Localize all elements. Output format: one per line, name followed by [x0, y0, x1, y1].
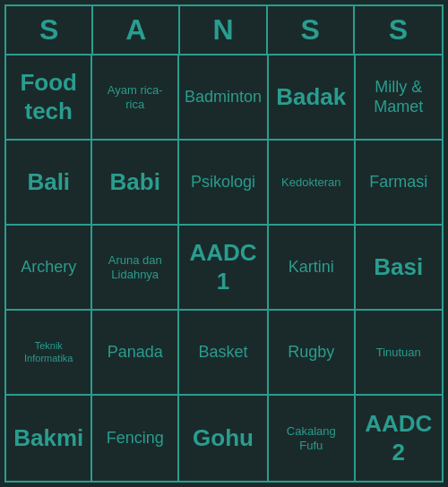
- bingo-cell-3: Badak: [269, 56, 355, 141]
- cell-text-10: Archery: [21, 258, 76, 278]
- header-row: SANSS: [6, 6, 442, 56]
- bingo-cell-1: Ayam rica-rica: [92, 56, 178, 141]
- bingo-grid: Food techAyam rica-ricaBadmintonBadakMil…: [6, 56, 442, 481]
- header-letter-n-2: N: [180, 6, 267, 54]
- bingo-cell-20: Bakmi: [6, 396, 92, 481]
- cell-text-12: AADC 1: [185, 239, 262, 295]
- cell-text-2: Badminton: [185, 88, 262, 107]
- bingo-cell-14: Basi: [356, 226, 442, 311]
- cell-text-23: Cakalang Fufu: [274, 424, 348, 452]
- header-letter-s-0: S: [6, 6, 93, 54]
- bingo-cell-15: Teknik Informatika: [6, 311, 92, 396]
- bingo-cell-6: Babi: [92, 141, 178, 226]
- header-letter-s-3: S: [268, 6, 355, 54]
- bingo-cell-13: Kartini: [269, 226, 355, 311]
- bingo-cell-4: Milly & Mamet: [356, 56, 442, 141]
- cell-text-8: Kedokteran: [281, 175, 341, 190]
- bingo-cell-16: Panada: [92, 311, 178, 396]
- cell-text-1: Ayam rica-rica: [98, 83, 171, 111]
- cell-text-7: Psikologi: [191, 173, 255, 192]
- cell-text-5: Bali: [27, 168, 70, 196]
- cell-text-17: Basket: [198, 343, 247, 363]
- bingo-cell-19: Tinutuan: [356, 311, 442, 396]
- cell-text-6: Babi: [110, 168, 160, 196]
- bingo-cell-22: Gohu: [179, 396, 269, 481]
- cell-text-4: Milly & Mamet: [361, 78, 436, 116]
- bingo-cell-8: Kedokteran: [269, 141, 355, 226]
- bingo-cell-21: Fencing: [92, 396, 178, 481]
- bingo-cell-9: Farmasi: [356, 141, 442, 226]
- bingo-cell-24: AADC 2: [356, 396, 442, 481]
- bingo-cell-5: Bali: [6, 141, 92, 226]
- bingo-cell-12: AADC 1: [179, 226, 269, 311]
- cell-text-19: Tinutuan: [376, 346, 421, 360]
- cell-text-9: Farmasi: [369, 173, 427, 192]
- cell-text-21: Fencing: [107, 429, 164, 449]
- cell-text-18: Rugby: [288, 343, 334, 363]
- cell-text-16: Panada: [108, 343, 163, 363]
- header-letter-s-4: S: [355, 6, 442, 54]
- cell-text-3: Badak: [276, 83, 346, 111]
- cell-text-0: Food tech: [12, 69, 85, 124]
- bingo-cell-18: Rugby: [269, 311, 355, 396]
- header-letter-a-1: A: [93, 6, 180, 54]
- bingo-cell-23: Cakalang Fufu: [269, 396, 355, 481]
- bingo-cell-10: Archery: [6, 226, 92, 311]
- cell-text-20: Bakmi: [13, 424, 83, 452]
- cell-text-14: Basi: [374, 253, 423, 281]
- cell-text-15: Teknik Informatika: [12, 340, 85, 363]
- bingo-cell-7: Psikologi: [179, 141, 269, 226]
- bingo-cell-17: Basket: [179, 311, 269, 396]
- bingo-cell-2: Badminton: [179, 56, 269, 141]
- bingo-card: SANSS Food techAyam rica-ricaBadmintonBa…: [4, 4, 444, 483]
- cell-text-24: AADC 2: [361, 410, 436, 466]
- bingo-cell-0: Food tech: [6, 56, 92, 141]
- cell-text-22: Gohu: [193, 424, 254, 452]
- cell-text-11: Aruna dan Lidahnya: [98, 253, 171, 281]
- bingo-cell-11: Aruna dan Lidahnya: [92, 226, 178, 311]
- cell-text-13: Kartini: [289, 258, 334, 278]
